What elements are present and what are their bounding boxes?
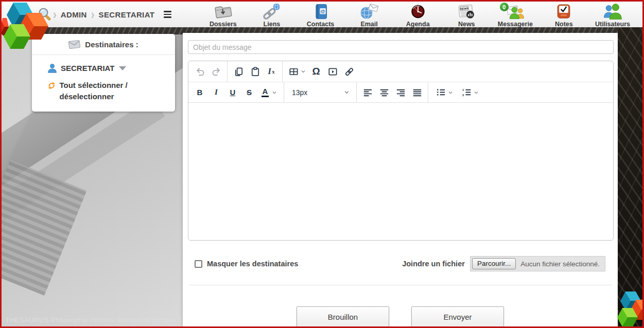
menu-icon[interactable] [162, 9, 173, 20]
recipients-header: Destinataires : [32, 34, 175, 55]
nav-dossiers[interactable]: Dossiers [201, 3, 245, 28]
draft-button[interactable]: Brouillon [297, 306, 389, 327]
editor-toolbar-row-1: Ix Ω [188, 61, 613, 82]
align-left-button[interactable] [359, 85, 376, 100]
clock-icon [408, 3, 428, 20]
rich-text-editor: Ix Ω [188, 61, 614, 241]
align-center-button[interactable] [376, 85, 392, 100]
file-input: Parcourir... Aucun fichier sélectionné. [470, 256, 605, 271]
svg-text:1: 1 [462, 88, 464, 92]
underline-button[interactable]: U [224, 85, 241, 100]
breadcrumb-secretariat[interactable]: SECRETARIAT [99, 10, 155, 19]
thesaurus-logo-bottom [615, 287, 644, 328]
font-size-value: 13px [292, 88, 307, 97]
thesaurus-logo[interactable] [1, 1, 49, 53]
address-book-icon: @ [310, 3, 331, 20]
browse-button[interactable]: Parcourir... [472, 258, 516, 269]
bullet-list-button[interactable] [431, 85, 457, 100]
hide-recipients-label: Masquer les destinataires [207, 260, 298, 268]
two-users-icon [601, 3, 624, 20]
nav-label: News [458, 21, 475, 28]
editor-body[interactable] [188, 102, 613, 240]
divider [189, 285, 612, 285]
breadcrumb-separator: › [91, 7, 95, 22]
background-dark-facade [618, 27, 642, 326]
messagerie-badge: 0 [500, 3, 509, 11]
group-label: SECRETARIAT [61, 64, 114, 72]
paste-button[interactable] [247, 64, 263, 79]
copy-button[interactable] [230, 64, 247, 79]
nav-label: Contacts [307, 21, 334, 28]
svg-text:@: @ [320, 8, 325, 14]
attach-file-label: Joindre un fichier [402, 260, 465, 268]
link-button[interactable] [341, 64, 357, 79]
main-nav: Dossiers Liens [186, 3, 637, 28]
globe-envelope-icon [358, 3, 380, 20]
font-size-select[interactable]: 13px [287, 85, 354, 100]
nav-label: Email [360, 21, 377, 28]
chevron-down-icon [474, 90, 479, 95]
folder-icon [212, 3, 234, 20]
chevron-down-icon [448, 90, 453, 95]
undo-button[interactable] [192, 64, 208, 79]
nav-liens[interactable]: Liens [250, 3, 293, 28]
special-character-button[interactable]: Ω [308, 64, 324, 79]
nav-messagerie[interactable]: 0 Messagerie [494, 3, 537, 28]
nav-agenda[interactable]: Agenda [396, 3, 440, 28]
nav-label: Dossiers [210, 21, 237, 28]
breadcrumb-separator: › [53, 7, 57, 22]
send-button[interactable]: Envoyer [411, 306, 504, 327]
nav-notes[interactable]: Notes [542, 3, 585, 28]
file-status-text: Aucun fichier sélectionné. [520, 260, 600, 268]
align-justify-button[interactable] [409, 85, 425, 100]
compose-actions: Brouillon Envoyer [188, 306, 613, 327]
text-color-button[interactable]: A [257, 85, 281, 100]
align-right-button[interactable] [392, 85, 409, 100]
strikethrough-button[interactable]: S [241, 85, 257, 100]
nav-contacts[interactable]: @ Contacts [299, 3, 342, 28]
nav-email[interactable]: Email [347, 3, 391, 28]
nav-label: Messagerie [498, 21, 533, 28]
breadcrumb: › ADMIN › SECRETARIAT [53, 3, 173, 26]
subject-input[interactable] [188, 40, 614, 54]
clear-formatting-button[interactable]: Ix [263, 64, 280, 79]
recipients-panel: Destinataires : SECRETARIAT Tout sélecti… [32, 34, 175, 112]
person-icon [47, 63, 57, 73]
media-button[interactable] [324, 64, 341, 79]
envelope-icon [68, 40, 81, 49]
editor-toolbar-row-2: B I U S A 13px [188, 82, 613, 102]
checkbox-tray-icon [554, 3, 573, 20]
numbered-list-button[interactable]: 1 2 [457, 85, 482, 100]
bold-button[interactable]: B [192, 85, 208, 100]
recipient-group-secretariat[interactable]: SECRETARIAT [47, 63, 168, 73]
redo-button[interactable] [208, 64, 224, 79]
recipients-title: Destinataires : [85, 40, 138, 49]
top-navigation-bar: › ADMIN › SECRETARIAT Dossiers [2, 2, 642, 27]
chevron-down-icon[interactable] [119, 66, 126, 70]
svg-text:NEWS: NEWS [460, 7, 469, 10]
svg-text:2: 2 [462, 93, 464, 97]
nav-label: Utilisateurs [595, 21, 630, 28]
nav-utilisateurs[interactable]: Utilisateurs [591, 3, 634, 28]
select-all-label: Tout sélectionner / déselectionner [60, 80, 168, 102]
newspaper-icon: NEWS [455, 3, 478, 20]
nav-label: Notes [555, 21, 573, 28]
compose-options-row: Masquer les destinataires Joindre un fic… [188, 256, 613, 271]
link-globe-icon [261, 3, 283, 20]
nav-label: Agenda [406, 21, 430, 28]
table-button[interactable] [285, 64, 308, 79]
chevron-down-icon [344, 89, 350, 95]
select-all-toggle[interactable]: Tout sélectionner / déselectionner [41, 80, 168, 102]
italic-button[interactable]: I [208, 85, 224, 100]
nav-news[interactable]: NEWS News [445, 3, 488, 28]
nav-label: Liens [264, 21, 281, 28]
refresh-icon [47, 81, 56, 90]
hide-recipients-checkbox[interactable] [195, 260, 202, 268]
compose-panel: Ix Ω [183, 33, 618, 326]
chevron-down-icon [301, 69, 306, 74]
breadcrumb-admin[interactable]: ADMIN [61, 10, 87, 19]
chevron-down-icon [272, 90, 277, 95]
